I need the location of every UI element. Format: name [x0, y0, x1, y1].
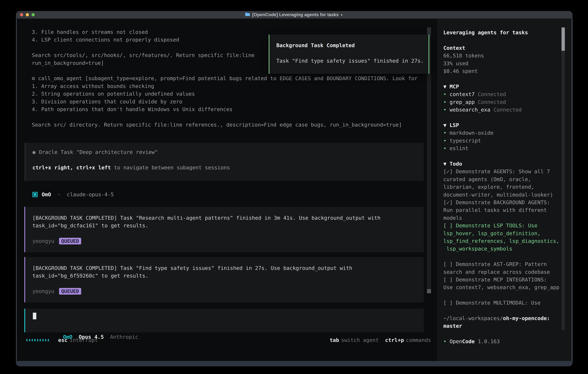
- background-task-message: [BACKGROUND TASK COMPLETED] Task "Resear…: [24, 207, 424, 252]
- opencode-window: [OpenCode] Leveraging agents for tasks ◐…: [16, 11, 573, 366]
- oracle-panel-lines: ◉ Oracle Task "Deep architecture review"…: [32, 148, 424, 171]
- tab-key-hint: tab: [330, 336, 339, 344]
- text-line: [32, 156, 424, 164]
- terminal-main: 3. File handles or streams not closed4. …: [17, 19, 437, 361]
- text-line: librarian, explore, frontend,: [443, 183, 565, 191]
- text-line: lsp_find_references, lsp_diagnostics,: [443, 237, 565, 245]
- text-line: • context7 Connected: [443, 90, 565, 98]
- session-sidebar: Leveraging agents for tasks Context66,51…: [437, 19, 572, 361]
- text-line: [443, 330, 565, 338]
- text-line: Run parallel tasks with different: [443, 206, 565, 214]
- text-line: [32, 113, 441, 121]
- text-line: • websearch_exa Connected: [443, 106, 565, 114]
- close-button[interactable]: [20, 13, 23, 16]
- message-author: yeongyu: [32, 287, 54, 295]
- text-line: ▼ LSP: [443, 121, 565, 129]
- esc-key-hint: esc: [58, 336, 68, 344]
- text-line: 3. Division operations that could divide…: [32, 98, 441, 105]
- toast-title: Background Task Completed: [276, 42, 429, 49]
- text-line: Leveraging agents for tasks: [443, 29, 565, 36]
- minimize-button[interactable]: [26, 13, 29, 16]
- text-line: [ ] Demonstrate MCP INTEGRATIONS:: [443, 276, 565, 283]
- folder-icon: [245, 12, 250, 17]
- text-line: [443, 152, 565, 160]
- background-task-message: [BACKGROUND TASK COMPLETED] Task "Find t…: [24, 257, 424, 302]
- omo-square-icon: [32, 192, 38, 197]
- status-badge: QUEUED: [59, 288, 81, 295]
- agent-session-header[interactable]: OmO · claude-opus-4-5: [32, 191, 114, 198]
- oracle-task-panel: ◉ Oracle Task "Deep architecture review"…: [24, 143, 424, 181]
- text-line: [443, 291, 565, 299]
- text-line: • markdown-oxide: [443, 129, 565, 137]
- text-line: [443, 253, 565, 260]
- text-line: search and replace across codebase: [443, 268, 565, 276]
- text-line: • OpenCode 1.0.163: [443, 338, 565, 345]
- text-line: Use context7, websearch_exa, grep_app: [443, 283, 565, 291]
- message-author: yeongyu: [32, 237, 54, 245]
- tab-key-label: switch agent: [341, 336, 379, 344]
- text-line: [443, 307, 565, 314]
- ctrlp-key-hint: ctrl+p: [385, 336, 404, 344]
- text-line: ~/local-workspaces/oh-my-opencode:: [443, 314, 565, 322]
- text-line: $0.46 spent: [443, 67, 565, 75]
- sidebar-content: Leveraging agents for tasks Context66,51…: [443, 29, 565, 345]
- text-line: 66,518 tokens: [443, 52, 565, 59]
- prompt-input[interactable]: OmOOpus 4.5Anthropic: [24, 309, 424, 332]
- text-line: 2. String operations on potentially unde…: [32, 90, 441, 98]
- session-half-circle-icon: ◐: [341, 12, 344, 17]
- text-line: • typescript: [443, 137, 565, 145]
- text-line: [ ] Demonstrate AST-GREP: Pattern: [443, 260, 565, 268]
- text-line: [ ] Demonstrate LSP TOOLS: Use: [443, 222, 565, 229]
- text-line: [443, 114, 565, 121]
- text-line: [443, 75, 565, 83]
- text-line: 4. Path operations that don't handle Win…: [32, 105, 441, 113]
- text-line: lsp_workspace_symbols: [443, 245, 565, 252]
- text-line: • grep_app Connected: [443, 98, 565, 106]
- message-text: task_id="bg_6f59260c" to get results.: [32, 273, 148, 279]
- text-line: 33% used: [443, 60, 565, 67]
- text-line: • eslint: [443, 145, 565, 152]
- status-badge: QUEUED: [59, 238, 81, 244]
- window-titlebar[interactable]: [OpenCode] Leveraging agents for tasks ◐: [16, 11, 573, 19]
- agent-separator: ·: [51, 191, 67, 198]
- spinner-dots-icon: [26, 339, 50, 341]
- text-line: Search src/ directory. Return specific f…: [32, 121, 441, 129]
- message-text: [BACKGROUND TASK COMPLETED] Task "Find t…: [32, 265, 352, 271]
- sidebar-scrollbar[interactable]: [562, 28, 565, 330]
- notification-toast: Background Task Completed Task "Find typ…: [269, 35, 429, 74]
- text-line: ▼ Todo: [443, 160, 565, 168]
- message-text: [BACKGROUND TASK COMPLETED] Task "Resear…: [32, 215, 380, 221]
- text-line: [ ] Demonstrate MULTIMODAL: Use: [443, 299, 565, 307]
- window-title: [OpenCode] Leveraging agents for tasks ◐: [245, 12, 343, 17]
- text-line: ▼ MCP: [443, 83, 565, 90]
- text-line: [✓] Demonstrate BACKGROUND AGENTS:: [443, 198, 565, 206]
- main-scrollbar-top-segment: [427, 28, 431, 35]
- ctrlp-key-label: commands: [406, 336, 431, 344]
- text-line: models: [443, 214, 565, 222]
- window-bottom-bezel: [16, 361, 573, 366]
- text-line: ctrl+x right, ctrl+x left to navigate be…: [32, 164, 424, 171]
- status-bar: esc interrupt tab switch agent ctrl+p co…: [26, 336, 431, 344]
- window-title-text: [OpenCode] Leveraging agents for tasks: [252, 12, 339, 17]
- zoom-button[interactable]: [32, 13, 35, 16]
- text-line: [✓] Demonstrate AGENTS: Show all 7: [443, 168, 565, 175]
- text-line: ⚙ call_omo_agent [subagent_type=explore,…: [32, 74, 441, 82]
- text-line: master: [443, 322, 565, 330]
- text-line: 1. Array access without bounds checking: [32, 82, 441, 90]
- agent-model: claude-opus-4-5: [67, 191, 114, 198]
- window-body: 3. File handles or streams not closed4. …: [16, 19, 573, 361]
- message-text: task_id="bg_dcfac161" to get results.: [32, 223, 148, 229]
- text-cursor: [33, 313, 36, 319]
- text-line: ◉ Oracle Task "Deep architecture review": [32, 148, 424, 156]
- traffic-lights: [20, 11, 35, 19]
- text-line: Context: [443, 44, 565, 52]
- sidebar-scrollbar-thumb[interactable]: [562, 28, 565, 51]
- main-scrollbar-thumb[interactable]: [427, 289, 431, 293]
- text-line: lsp_hover, lsp_goto_definition,: [443, 229, 565, 237]
- esc-key-label: interrupt: [70, 336, 98, 344]
- text-line: document-writer, multimodal-looker): [443, 191, 565, 198]
- text-line: [443, 36, 565, 44]
- agent-name: OmO: [42, 191, 51, 198]
- text-line: curated agents (OmO, oracle,: [443, 176, 565, 183]
- toast-body: Task "Find type safety issues" finished …: [276, 57, 429, 65]
